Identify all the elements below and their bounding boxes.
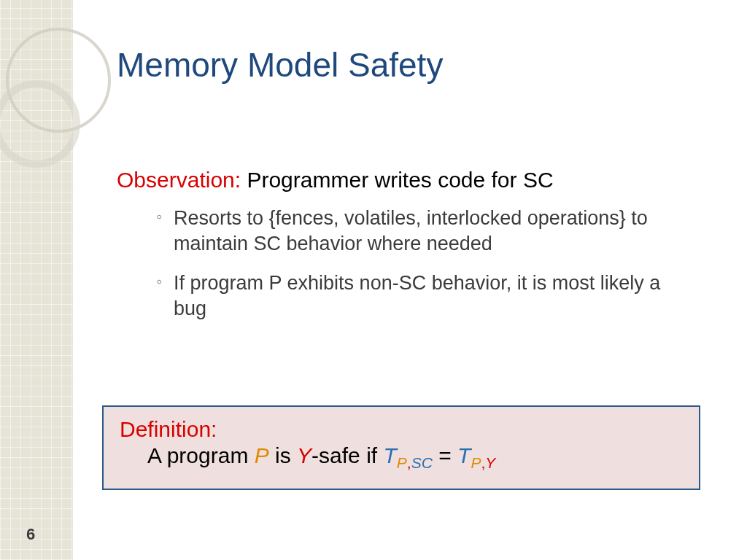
page-number: 6 (26, 525, 35, 544)
observation-line: Observation: Programmer writes code for … (117, 168, 686, 192)
observation-text: Programmer writes code for SC (247, 168, 553, 192)
definition-box: Definition: A program P is Y-safe if TP,… (102, 405, 700, 490)
slide-body: Observation: Programmer writes code for … (117, 168, 686, 335)
def-prefix: A program (147, 443, 255, 467)
decorative-strip (0, 0, 73, 560)
bullet-list: Resorts to {fences, volatiles, interlock… (156, 206, 667, 321)
definition-text: A program P is Y-safe if TP,SC = TP,Y (120, 443, 683, 472)
list-item: If program P exhibits non-SC behavior, i… (156, 271, 667, 321)
definition-label: Definition: (120, 417, 683, 442)
list-item: Resorts to {fences, volatiles, interlock… (156, 206, 667, 256)
def-sub2-Y: Y (485, 454, 495, 471)
def-sub1-SC: SC (411, 454, 433, 471)
def-T1: T (383, 443, 396, 467)
def-eq: = (433, 443, 457, 467)
observation-label: Observation: (117, 168, 241, 192)
def-safe: -safe if (311, 443, 383, 467)
def-is: is (269, 443, 297, 467)
slide-title: Memory Model Safety (117, 45, 443, 85)
def-sub2-P: P (471, 454, 481, 471)
def-sub1-P: P (397, 454, 407, 471)
def-P: P (255, 443, 269, 467)
def-Y: Y (297, 443, 311, 467)
slide: Memory Model Safety Observation: Program… (0, 0, 747, 560)
def-T2: T (457, 443, 471, 467)
